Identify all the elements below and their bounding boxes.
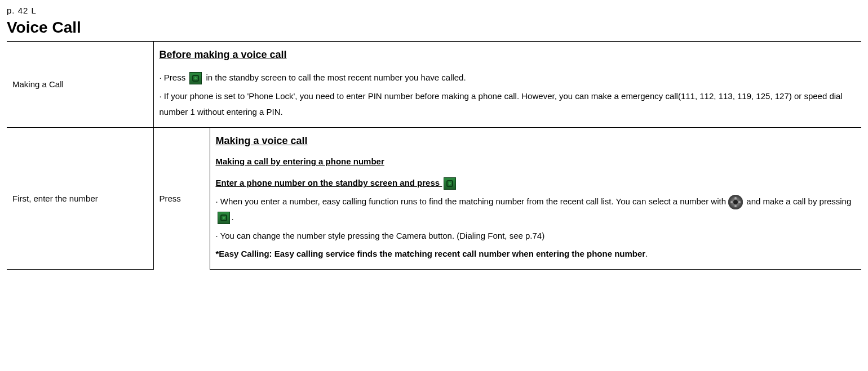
row2-left-cell: First, enter the number <box>7 127 153 269</box>
row2-heading2: Making a call by entering a phone number <box>216 157 384 166</box>
call-icon <box>189 72 202 84</box>
row2-para3: *Easy Calling: Easy calling service find… <box>216 246 856 262</box>
row2-para1: · When you enter a number, easy calling … <box>216 194 856 226</box>
row2-p3-end: . <box>645 249 648 258</box>
content-table: Making a Call Before making a voice call… <box>7 41 861 270</box>
call-icon <box>218 212 230 224</box>
row1-left-label: Making a Call <box>12 79 64 89</box>
row2-para2: · You can change the number style pressi… <box>216 228 856 244</box>
row2-p1c: . <box>232 212 234 222</box>
page-header: p. 42 L <box>7 6 861 15</box>
row2-p1a: · When you enter a number, easy calling … <box>216 196 729 206</box>
row2-mid-label: Press <box>160 194 181 203</box>
row2-left-label: First, enter the number <box>12 194 98 203</box>
row2-mid-cell: Press <box>153 127 210 269</box>
row2-p3-bold: *Easy Calling: Easy calling service find… <box>216 249 646 258</box>
nav-icon <box>728 195 743 209</box>
row2-heading3: Enter a phone number on the standby scre… <box>216 178 442 187</box>
call-icon <box>444 177 456 190</box>
row1-line1: · Press in the standby screen to call th… <box>160 70 856 86</box>
row2-heading1: Making a voice call <box>216 131 308 150</box>
row2-p1b: and make a call by pressing <box>746 196 851 206</box>
row2-content-cell: Making a voice call Making a call by ent… <box>210 127 861 269</box>
row1-line1-a: · Press <box>160 73 188 82</box>
row1-content-cell: Before making a voice call · Press in th… <box>153 42 861 128</box>
page-title: Voice Call <box>7 19 861 37</box>
row1-left-cell: Making a Call <box>7 42 153 128</box>
row1-line2: · If your phone is set to 'Phone Lock', … <box>160 88 856 120</box>
row1-line1-b: in the standby screen to call the most r… <box>206 73 466 82</box>
row1-heading: Before making a voice call <box>160 45 287 64</box>
